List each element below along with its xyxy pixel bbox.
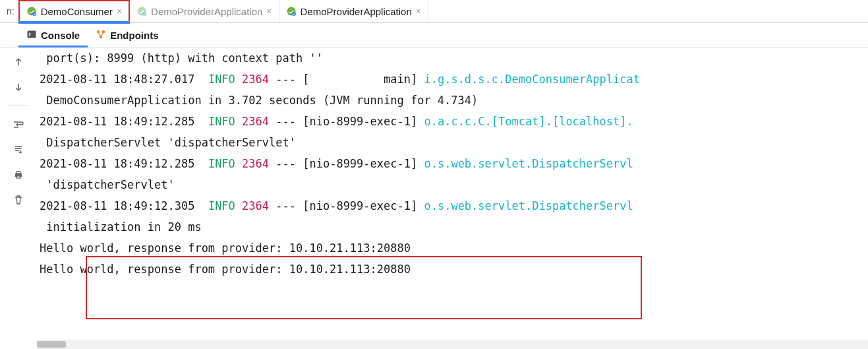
tab-endpoints[interactable]: Endpoints (88, 23, 166, 47)
log-line: 'dispatcherServlet' (40, 174, 868, 195)
svg-point-3 (142, 12, 146, 16)
log-line: Hello world, response from provider: 10.… (40, 238, 868, 259)
endpoints-icon (96, 29, 106, 42)
separator (7, 106, 30, 106)
spring-icon (286, 6, 297, 16)
close-icon[interactable]: × (416, 7, 421, 16)
tool-label: Endpoints (110, 30, 158, 41)
svg-rect-6 (28, 30, 36, 38)
tool-tabs: Console Endpoints (0, 23, 868, 48)
log-line: DemoConsumerApplication in 3.702 seconds… (40, 90, 868, 111)
spring-icon (26, 6, 37, 16)
tabrow-prefix: n: (4, 0, 18, 22)
log-line: initialization in 20 ms (40, 216, 868, 238)
log-line: Hello world, response from provider: 10.… (40, 259, 868, 280)
scrollbar-thumb[interactable] (37, 341, 66, 348)
run-tab-demoprovider-2[interactable]: DemoProviderApplication × (279, 0, 428, 22)
terminal-icon (26, 29, 37, 42)
run-tab-label: DemoProviderApplication (151, 6, 262, 17)
horizontal-scrollbar[interactable] (37, 340, 868, 349)
run-tab-demoprovider-1[interactable]: DemoProviderApplication × (130, 0, 279, 22)
print-icon[interactable] (11, 167, 26, 183)
svg-rect-12 (16, 176, 20, 178)
spring-icon (136, 6, 147, 16)
close-icon[interactable]: × (266, 7, 272, 16)
svg-point-5 (292, 12, 296, 16)
tool-label: Console (41, 30, 80, 41)
run-tabs: n: DemoConsumer × DemoProviderApplicatio… (0, 0, 868, 23)
close-icon[interactable]: × (117, 7, 122, 16)
log-line: 2021-08-11 18:48:27.017 INFO 2364 --- [ … (40, 69, 868, 90)
softwrap-icon[interactable] (11, 117, 26, 133)
log-line: 2021-08-11 18:49:12.285 INFO 2364 --- [n… (40, 153, 868, 174)
log-line: 2021-08-11 18:49:12.305 INFO 2364 --- [n… (40, 195, 868, 216)
tab-console[interactable]: Console (18, 23, 88, 47)
console-output[interactable]: port(s): 8999 (http) with context path '… (37, 48, 868, 349)
down-icon[interactable] (11, 79, 26, 95)
log-line: port(s): 8999 (http) with context path '… (40, 48, 868, 69)
run-tab-democonsumer[interactable]: DemoConsumer × (18, 0, 130, 22)
log-line: DispatcherServlet 'dispatcherServlet' (40, 132, 868, 153)
run-tab-label: DemoProviderApplication (301, 6, 412, 17)
up-icon[interactable] (11, 54, 26, 70)
trash-icon[interactable] (11, 192, 26, 208)
svg-rect-11 (16, 172, 20, 174)
scroll-end-icon[interactable] (11, 142, 26, 158)
run-tab-label: DemoConsumer (41, 6, 113, 17)
console-gutter (0, 48, 37, 349)
log-line: 2021-08-11 18:49:12.285 INFO 2364 --- [n… (40, 111, 868, 132)
svg-point-1 (32, 12, 36, 16)
